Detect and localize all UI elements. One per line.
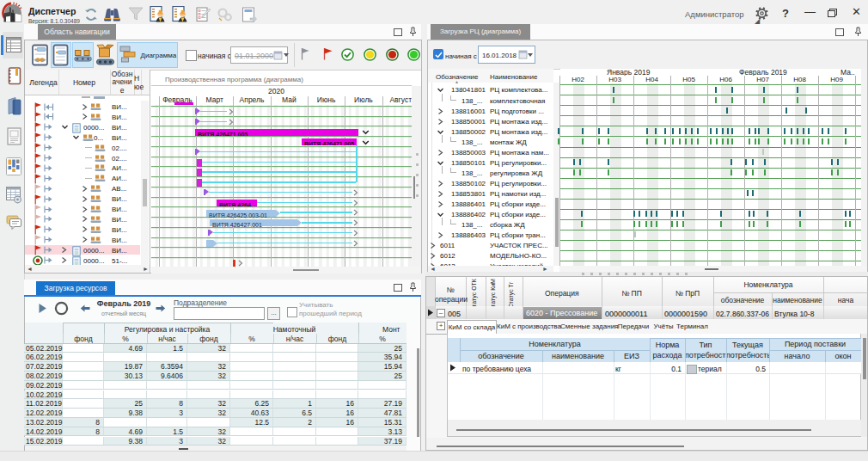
svg-text:Статус КиМ: Статус КиМ [490,279,497,306]
svg-text:Статус Тг: Статус Тг [508,281,515,306]
svg-text:Статус ОТК: Статус ОТК [471,278,478,306]
